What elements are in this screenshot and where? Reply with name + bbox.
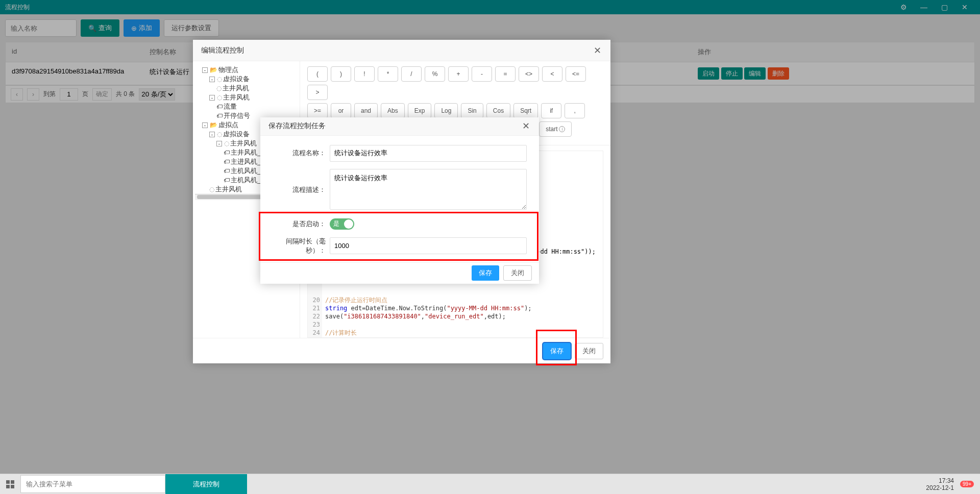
op-[interactable]: * (378, 66, 398, 82)
expand-icon[interactable]: - (209, 95, 215, 101)
close-icon[interactable]: ✕ (592, 45, 602, 56)
op-[interactable]: <= (566, 66, 586, 82)
ring-icon: ◌ (216, 84, 222, 93)
op-[interactable]: % (425, 66, 445, 82)
expand-icon[interactable]: - (202, 67, 208, 73)
tree-node[interactable]: ◌主井风机 (216, 84, 298, 93)
tree-node[interactable]: 🏷流量 (216, 102, 298, 103)
op-[interactable]: ( (307, 66, 328, 82)
op-[interactable]: > (307, 85, 328, 100)
op-[interactable]: < (542, 66, 562, 82)
op-[interactable]: ! (354, 66, 375, 82)
tree-pane: -📂物理点-◌虚拟设备◌主井风机-◌主井风机🏷流量🏷开停信号-📂虚拟点-◌虚拟设… (193, 61, 300, 103)
edit-flow-modal: 编辑流程控制 ✕ -📂物理点-◌虚拟设备◌主井风机-◌主井风机🏷流量🏷开停信号-… (193, 40, 610, 103)
folder-icon: 📂 (210, 65, 217, 75)
expand-icon[interactable]: - (209, 77, 215, 82)
tree-node[interactable]: -◌主井风机 (209, 93, 298, 102)
op-[interactable]: ) (331, 66, 351, 82)
op-[interactable]: <> (519, 66, 539, 82)
tree-label: 主井风机 (223, 84, 249, 93)
tree-node[interactable]: -📂物理点 (202, 65, 298, 75)
tree-label: 物理点 (218, 65, 238, 75)
tree-label: 虚拟设备 (223, 75, 250, 84)
edit-modal-title: 编辑流程控制 (201, 46, 244, 55)
tree-node[interactable]: -◌虚拟设备 (209, 75, 298, 84)
op-[interactable]: = (495, 66, 516, 82)
op-[interactable]: - (472, 66, 492, 82)
tree-label: 流量 (224, 102, 237, 103)
op-[interactable]: + (448, 66, 469, 82)
ring-icon: ◌ (217, 93, 222, 102)
op-[interactable]: / (401, 66, 422, 82)
tag-icon: 🏷 (216, 102, 223, 103)
ring-icon: ◌ (217, 75, 222, 84)
tree-label: 主井风机 (223, 93, 250, 102)
